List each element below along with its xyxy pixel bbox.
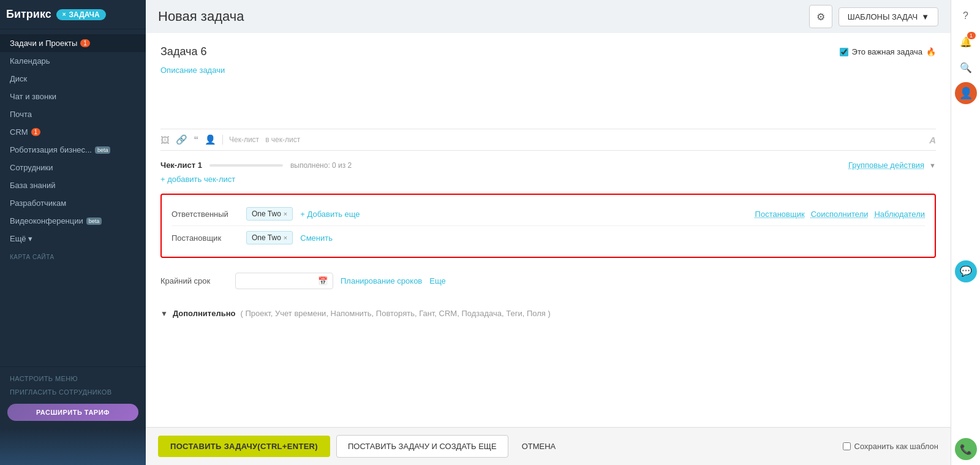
chat-button[interactable]: 💬 xyxy=(955,260,977,282)
additionally-row: ▼ Дополнительно ( Проект, Учет времени, … xyxy=(160,304,936,323)
sidebar-item-label: Роботизация бизнес... xyxy=(10,145,92,154)
description-area xyxy=(160,85,936,121)
deadline-more-link[interactable]: Еще xyxy=(429,276,445,285)
submit-and-create-button[interactable]: ПОСТАВИТЬ ЗАДАЧУ И СОЗДАТЬ ЕЩЕ xyxy=(336,435,508,458)
chat-icon: 💬 xyxy=(960,265,972,277)
form-footer: ПОСТАВИТЬ ЗАДАЧУ(CTRL+ENTER) ПОСТАВИТЬ З… xyxy=(146,427,951,465)
additionally-label[interactable]: Дополнительно xyxy=(173,309,236,318)
add-checklist-link[interactable]: + добавить чек-лист xyxy=(160,175,235,184)
setter-tab[interactable]: Постановщик xyxy=(755,210,805,219)
sidebar-item-disk[interactable]: Диск xyxy=(0,70,146,88)
user-avatar-icon: 👤 xyxy=(959,86,973,100)
cancel-button[interactable]: ОТМЕНА xyxy=(514,436,564,457)
task-name[interactable]: Задача 6 xyxy=(160,45,206,58)
main-header: Новая задача ⚙ ШАБЛОНЫ ЗАДАЧ ▼ xyxy=(146,0,951,33)
planning-link[interactable]: Планирование сроков xyxy=(341,276,422,285)
search-icon: 🔍 xyxy=(960,62,972,74)
additionally-items: ( Проект, Учет времени, Напомнить, Повто… xyxy=(240,309,550,318)
setter-tag[interactable]: One Two × xyxy=(246,231,293,244)
save-template-checkbox[interactable] xyxy=(843,442,851,450)
important-label: Это важная задача xyxy=(852,47,922,56)
responsible-name: One Two xyxy=(252,210,281,218)
setter-row: Постановщик One Two × Сменить xyxy=(172,225,925,249)
sidebar-item-dev[interactable]: Разработчикам xyxy=(0,194,146,212)
sidebar-task-badge[interactable]: × ЗАДАЧА xyxy=(56,9,106,20)
sidebar-item-label: Календарь xyxy=(10,56,50,66)
task-badge-close-icon[interactable]: × xyxy=(62,11,66,18)
phone-icon: 📞 xyxy=(960,444,972,455)
sidebar-item-chat[interactable]: Чат и звонки xyxy=(0,88,146,105)
deadline-input[interactable]: 📅 xyxy=(235,273,333,289)
responsible-label: Ответственный xyxy=(172,210,239,219)
description-link[interactable]: Описание задачи xyxy=(160,66,936,75)
robot-beta-badge: beta xyxy=(95,146,111,154)
crm-badge: 1 xyxy=(31,128,41,136)
save-template-text: Сохранить как шаблон xyxy=(854,442,938,451)
fire-icon: 🔥 xyxy=(926,47,936,56)
quote-icon[interactable]: ❝ xyxy=(194,134,198,145)
toolbar-separator xyxy=(222,135,223,145)
sidebar-nav: Задачи и Проекты 1 Календарь Диск Чат и … xyxy=(0,29,146,366)
deadline-label: Крайний срок xyxy=(160,276,228,285)
assignee-section: Ответственный One Two × + Добавить еще П… xyxy=(160,194,936,258)
sidebar-item-label: База знаний xyxy=(10,181,56,190)
sidebar-item-staff[interactable]: Сотрудники xyxy=(0,159,146,176)
change-setter-link[interactable]: Сменить xyxy=(300,233,333,243)
sidebar-item-tasks[interactable]: Задачи и Проекты 1 xyxy=(0,34,146,52)
responsible-tag[interactable]: One Two × xyxy=(246,207,293,221)
help-button[interactable]: ? xyxy=(955,5,977,27)
help-icon: ? xyxy=(963,10,968,21)
additionally-chevron-icon[interactable]: ▼ xyxy=(160,309,168,318)
calendar-icon: 📅 xyxy=(318,276,328,285)
setter-remove-icon[interactable]: × xyxy=(284,234,287,241)
co-executor-tab[interactable]: Соисполнители xyxy=(811,210,869,219)
save-template-label[interactable]: Сохранить как шаблон xyxy=(843,442,938,451)
font-size-icon[interactable]: A xyxy=(929,135,936,145)
sidebar: Битрикс × ЗАДАЧА Задачи и Проекты 1 Кале… xyxy=(0,0,146,465)
phone-button[interactable]: 📞 xyxy=(955,438,977,460)
sidebar-bg-image xyxy=(0,428,146,465)
deadline-row: Крайний срок 📅 Планирование сроков Еще xyxy=(160,268,936,294)
sidebar-header: Битрикс × ЗАДАЧА xyxy=(0,0,146,29)
link-icon[interactable]: 🔗 xyxy=(176,134,187,145)
sidebar-item-crm[interactable]: CRM 1 xyxy=(0,123,146,141)
templates-button[interactable]: ШАБЛОНЫ ЗАДАЧ ▼ xyxy=(839,7,938,26)
assignee-tabs: Постановщик Соисполнители Наблюдатели xyxy=(755,210,925,219)
checklist-title: Чек-лист 1 xyxy=(160,161,202,170)
mention-icon[interactable]: 👤 xyxy=(205,134,216,145)
sidebar-item-knowledge[interactable]: База знаний xyxy=(0,176,146,194)
image-icon[interactable]: 🖼 xyxy=(160,135,170,145)
templates-label: ШАБЛОНЫ ЗАДАЧ xyxy=(848,12,918,21)
in-checklist-toolbar-link[interactable]: в чек-лист xyxy=(265,135,300,144)
submit-task-button[interactable]: ПОСТАВИТЬ ЗАДАЧУ(CTRL+ENTER) xyxy=(158,436,330,457)
group-actions-chevron-icon[interactable]: ▼ xyxy=(929,162,936,169)
invite-staff-link[interactable]: ПРИГЛАСИТЬ СОТРУДНИКОВ xyxy=(0,385,146,399)
search-button[interactable]: 🔍 xyxy=(955,56,977,78)
checklist-actions: Групповые действия ▼ xyxy=(848,161,936,170)
important-checkbox-row: Это важная задача 🔥 xyxy=(840,47,936,56)
observer-tab[interactable]: Наблюдатели xyxy=(874,210,925,219)
group-actions-link[interactable]: Групповые действия xyxy=(848,161,924,170)
sidebar-item-label: Чат и звонки xyxy=(10,92,56,101)
responsible-remove-icon[interactable]: × xyxy=(284,210,287,217)
expand-tariff-button[interactable]: РАСШИРИТЬ ТАРИФ xyxy=(7,404,138,421)
gear-icon: ⚙ xyxy=(816,11,825,23)
add-more-link[interactable]: + Добавить еще xyxy=(300,210,360,219)
notification-count-badge: 1 xyxy=(967,32,976,39)
avatar-button[interactable]: 👤 xyxy=(955,82,977,104)
notifications-button[interactable]: 🔔 1 xyxy=(955,31,977,53)
sidebar-item-mail[interactable]: Почта xyxy=(0,105,146,123)
configure-menu-link[interactable]: НАСТРОИТЬ МЕНЮ xyxy=(0,372,146,385)
sidebar-item-video[interactable]: Видеоконференции beta xyxy=(0,212,146,230)
sidebar-logo: Битрикс xyxy=(6,8,51,21)
setter-label: Постановщик xyxy=(172,233,239,243)
important-checkbox[interactable] xyxy=(840,48,848,56)
task-badge-label: ЗАДАЧА xyxy=(69,10,100,19)
sidebar-item-more[interactable]: Ещё ▾ xyxy=(0,230,146,248)
sidebar-item-robot[interactable]: Роботизация бизнес... beta xyxy=(0,141,146,159)
sidebar-bottom: НАСТРОИТЬ МЕНЮ ПРИГЛАСИТЬ СОТРУДНИКОВ РА… xyxy=(0,366,146,428)
checklist-toolbar-link[interactable]: Чек-лист xyxy=(229,135,259,144)
sidebar-item-label: Сотрудники xyxy=(10,163,53,172)
sidebar-item-calendar[interactable]: Календарь xyxy=(0,52,146,70)
settings-button[interactable]: ⚙ xyxy=(809,5,832,28)
